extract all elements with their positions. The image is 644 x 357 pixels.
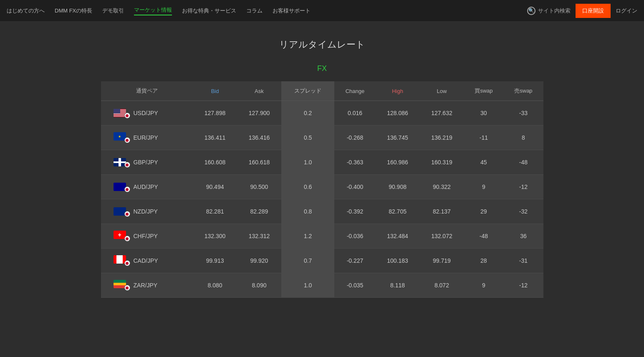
col-header-high: High [376, 81, 420, 101]
cell-ask: 8.090 [237, 273, 281, 298]
flag-container [114, 181, 130, 192]
cell-sell-swap: -12 [503, 175, 543, 199]
nav-links: はじめての方へ DMM FXの特長 デモ取引 マーケット情報 お得な特典・サービ… [7, 6, 527, 15]
cell-pair: USD/JPY [101, 101, 193, 126]
flag-container [114, 231, 130, 241]
pair-name: AUD/JPY [134, 184, 158, 190]
cell-pair: NZD/JPY [101, 199, 193, 224]
cell-change: -0.036 [334, 224, 375, 249]
jpy-flag [124, 162, 130, 168]
cell-low: 160.319 [420, 150, 464, 175]
cell-bid: 82.281 [193, 199, 237, 224]
cell-change: -0.400 [334, 175, 375, 199]
cell-pair: CAD/JPY [101, 249, 193, 273]
nav-support[interactable]: お客様サポート [273, 7, 311, 15]
flag-container [114, 280, 130, 291]
cell-high: 8.118 [376, 273, 420, 298]
cell-low: 90.322 [420, 175, 464, 199]
login-button[interactable]: ログイン [616, 7, 637, 15]
cell-spread: 0.6 [281, 175, 334, 199]
cell-spread: 0.8 [281, 199, 334, 224]
col-header-change: Change [334, 81, 375, 101]
table-row: ZAR/JPY 8.080 8.090 1.0 -0.035 8.118 8.0… [101, 273, 543, 298]
cell-sell-swap: -31 [503, 249, 543, 273]
nav-benefits[interactable]: お得な特典・サービス [182, 7, 236, 15]
table-row: AUD/JPY 90.494 90.500 0.6 -0.400 90.908 … [101, 175, 543, 199]
jpy-flag [124, 113, 130, 118]
cell-low: 82.137 [420, 199, 464, 224]
cell-high: 128.086 [376, 101, 420, 126]
cell-change: -0.227 [334, 249, 375, 273]
nav-column[interactable]: コラム [246, 7, 263, 15]
cell-buy-swap: 9 [464, 175, 503, 199]
open-account-button[interactable]: 口座開設 [576, 4, 611, 18]
col-header-sell-swap: 売swap [503, 81, 543, 101]
jpy-flag [124, 186, 130, 192]
pair-name: ZAR/JPY [134, 282, 158, 289]
cell-ask: 160.618 [237, 150, 281, 175]
table-row: GBP/JPY 160.608 160.618 1.0 -0.363 160.9… [101, 150, 543, 175]
cell-ask: 82.289 [237, 199, 281, 224]
table-row: CHF/JPY 132.300 132.312 1.2 -0.036 132.4… [101, 224, 543, 249]
cell-buy-swap: 45 [464, 150, 503, 175]
cell-change: -0.363 [334, 150, 375, 175]
col-header-pair: 通貨ペア [101, 81, 193, 101]
jpy-flag [124, 211, 130, 217]
cell-change: -0.268 [334, 126, 375, 150]
jpy-flag [124, 260, 130, 266]
cell-pair: GBP/JPY [101, 150, 193, 175]
cell-spread: 1.0 [281, 150, 334, 175]
main-content: リアルタイムレート FX 通貨ペア Bid Ask スプレッド Change H… [93, 22, 552, 314]
page-title: リアルタイムレート [101, 38, 543, 51]
navbar: はじめての方へ DMM FXの特長 デモ取引 マーケット情報 お得な特典・サービ… [0, 0, 644, 22]
col-header-ask: Ask [237, 81, 281, 101]
flag-container [114, 255, 130, 266]
table-row: USD/JPY 127.898 127.900 0.2 0.016 128.08… [101, 101, 543, 126]
cell-low: 127.632 [420, 101, 464, 126]
pair-name: USD/JPY [134, 110, 158, 116]
cell-pair: AUD/JPY [101, 175, 193, 199]
cell-ask: 99.920 [237, 249, 281, 273]
cell-change: 0.016 [334, 101, 375, 126]
nav-demo[interactable]: デモ取引 [102, 7, 124, 15]
cell-bid: 90.494 [193, 175, 237, 199]
flag-container: ★ [114, 132, 130, 143]
pair-name: GBP/JPY [134, 159, 158, 166]
nav-features[interactable]: DMM FXの特長 [55, 7, 92, 15]
flag-container [114, 108, 130, 118]
pair-name: NZD/JPY [134, 208, 158, 215]
section-label: FX [101, 64, 543, 73]
nav-hajimete[interactable]: はじめての方へ [7, 7, 45, 15]
cell-high: 90.908 [376, 175, 420, 199]
cell-spread: 1.2 [281, 224, 334, 249]
cell-buy-swap: 30 [464, 101, 503, 126]
search-area[interactable]: 🔍 サイト内検索 [527, 7, 571, 15]
jpy-flag [124, 285, 130, 291]
cell-spread: 0.2 [281, 101, 334, 126]
cell-bid: 132.300 [193, 224, 237, 249]
cell-sell-swap: -33 [503, 101, 543, 126]
cell-high: 82.705 [376, 199, 420, 224]
cell-low: 8.072 [420, 273, 464, 298]
col-header-low: Low [420, 81, 464, 101]
cell-ask: 132.312 [237, 224, 281, 249]
pair-name: CHF/JPY [134, 233, 158, 239]
table-row: ★ EUR/JPY 136.411 136.416 0.5 -0.268 136… [101, 126, 543, 150]
cell-low: 136.219 [420, 126, 464, 150]
col-header-spread: スプレッド [281, 81, 334, 101]
cell-high: 160.986 [376, 150, 420, 175]
cell-sell-swap: -32 [503, 199, 543, 224]
nav-market[interactable]: マーケット情報 [134, 6, 172, 15]
cell-ask: 136.416 [237, 126, 281, 150]
cell-pair: CHF/JPY [101, 224, 193, 249]
search-label: サイト内検索 [538, 7, 571, 15]
cell-high: 136.745 [376, 126, 420, 150]
cell-spread: 1.0 [281, 273, 334, 298]
flag-container [114, 206, 130, 217]
col-header-buy-swap: 買swap [464, 81, 503, 101]
cell-sell-swap: -12 [503, 273, 543, 298]
cell-buy-swap: -11 [464, 126, 503, 150]
cell-low: 99.719 [420, 249, 464, 273]
cell-pair: ★ EUR/JPY [101, 126, 193, 150]
cell-bid: 160.608 [193, 150, 237, 175]
